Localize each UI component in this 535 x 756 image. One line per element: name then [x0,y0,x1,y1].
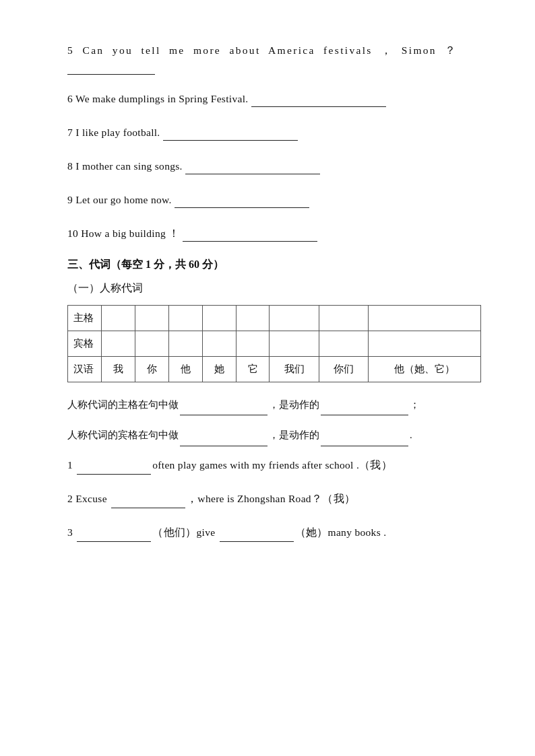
q5-answer-line [67,63,155,75]
q8-underline [185,174,320,174]
q7-text: 7 I like play football. [67,123,481,142]
sub-section-pronoun: （一）人称代词 [67,281,481,296]
cell-object-5 [236,331,270,356]
practice-2-blank [111,508,185,508]
cell-chinese-1: 我 [102,356,135,382]
practice-3-blank2 [220,541,294,542]
cell-chinese-7: 你们 [319,356,368,382]
question-5: 5 Can you tell me more about America fes… [67,40,481,75]
question-9: 9 Let our go home now. [67,191,481,209]
cell-subject-3 [168,305,202,331]
cell-subject-4 [202,305,236,331]
q9-text: 9 Let our go home now. [67,191,481,209]
cell-chinese-3: 他 [168,356,202,382]
q6-text: 6 We make dumplings in Spring Festival. [67,90,481,108]
label-object: 宾格 [68,331,102,356]
cell-subject-2 [135,305,168,331]
q5-text: 5 Can you tell me more about America fes… [67,40,481,60]
cell-object-3 [168,331,202,356]
cell-subject-8 [369,305,481,331]
cell-chinese-2: 你 [135,356,168,382]
cell-chinese-4: 她 [202,356,236,382]
q8-text: 8 I mother can sing songs. [67,157,481,176]
question-7: 7 I like play football. [67,123,481,142]
table-row-chinese: 汉语 我 你 他 她 它 我们 你们 他（她、它） [68,356,481,382]
section3-title: 三、代词（每空 1 分，共 60 分） [67,258,481,272]
q6-underline [251,106,386,107]
practice-3-blank1 [77,541,151,542]
cell-object-7 [319,331,368,356]
practice-1-text: 1 often play games with my friends after… [67,456,481,475]
cell-subject-1 [102,305,135,331]
fill-desc1-text: 人称代词的主格在句中做 [67,399,179,410]
cell-object-4 [202,331,236,356]
fill-desc-1: 人称代词的主格在句中做，是动作的； [67,394,481,416]
question-6: 6 We make dumplings in Spring Festival. [67,90,481,108]
table-row-object: 宾格 [68,331,481,356]
practice-1-blank [77,474,151,475]
cell-object-2 [135,331,168,356]
label-subject: 主格 [68,305,102,331]
cell-subject-5 [236,305,270,331]
fill-blank1-object [180,446,268,446]
practice-3: 3 （他们）give （她）many books . [67,523,481,542]
practice-2: 2 Excuse ，where is Zhongshan Road？（我） [67,489,481,508]
pronoun-table: 主格 宾格 汉语 我 你 他 她 它 我 [67,305,481,382]
cell-chinese-5: 它 [236,356,270,382]
question-8: 8 I mother can sing songs. [67,157,481,176]
table-row-subject: 主格 [68,305,481,331]
cell-chinese-8: 他（她、它） [369,356,481,382]
fill-desc-2: 人称代词的宾格在句中做，是动作的. [67,425,481,446]
fill-blank1-subject [180,415,268,415]
q7-underline [163,140,298,141]
cell-subject-6 [270,305,319,331]
fill-desc2-mid: ，是动作的 [269,429,319,440]
practice-2-text: 2 Excuse ，where is Zhongshan Road？（我） [67,489,481,508]
fill-desc1-mid: ，是动作的 [269,399,319,410]
fill-desc2-end: . [410,429,412,440]
label-chinese: 汉语 [68,356,102,382]
fill-blank2-subject [321,415,408,415]
fill-blank2-object [321,446,408,446]
q9-underline [175,207,309,208]
question-10: 10 How a big building ！ [67,224,481,243]
q10-text: 10 How a big building ！ [67,224,481,243]
cell-object-1 [102,331,135,356]
practice-1: 1 often play games with my friends after… [67,456,481,475]
q10-underline [183,241,317,242]
cell-object-6 [270,331,319,356]
practice-3-text: 3 （他们）give （她）many books . [67,523,481,542]
cell-subject-7 [319,305,368,331]
fill-desc2-text: 人称代词的宾格在句中做 [67,429,179,440]
fill-desc1-end: ； [410,399,420,410]
cell-object-8 [369,331,481,356]
sub-section-title: （一）人称代词 [67,282,143,294]
cell-chinese-6: 我们 [270,356,319,382]
